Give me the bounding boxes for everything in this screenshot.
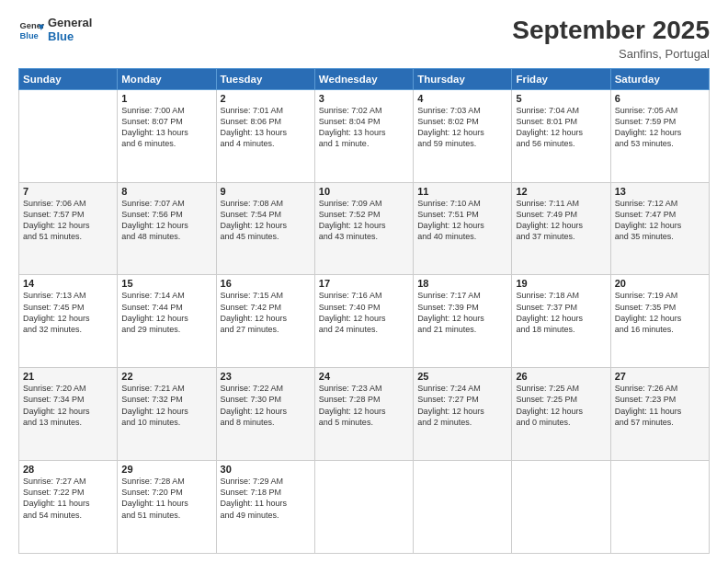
day-number: 6 [615,93,705,104]
day-info: Sunrise: 7:08 AM Sunset: 7:54 PM Dayligh… [221,198,311,243]
day-number: 16 [221,278,311,289]
calendar-cell: 27Sunrise: 7:26 AM Sunset: 7:23 PM Dayli… [610,368,709,461]
day-number: 19 [516,278,606,289]
calendar-cell: 29Sunrise: 7:28 AM Sunset: 7:20 PM Dayli… [118,461,216,554]
day-number: 18 [417,278,507,289]
calendar-header-row: Sunday Monday Tuesday Wednesday Thursday… [19,68,710,89]
day-number: 5 [516,93,606,104]
day-info: Sunrise: 7:01 AM Sunset: 8:06 PM Dayligh… [221,105,311,150]
calendar-cell: 16Sunrise: 7:15 AM Sunset: 7:42 PM Dayli… [216,275,314,368]
day-info: Sunrise: 7:29 AM Sunset: 7:18 PM Dayligh… [221,476,311,521]
logo-text-general: General [48,17,92,30]
calendar-cell: 18Sunrise: 7:17 AM Sunset: 7:39 PM Dayli… [414,275,512,368]
calendar-cell: 3Sunrise: 7:02 AM Sunset: 8:04 PM Daylig… [314,89,413,182]
day-info: Sunrise: 7:20 AM Sunset: 7:34 PM Dayligh… [23,383,113,428]
day-info: Sunrise: 7:11 AM Sunset: 7:49 PM Dayligh… [516,198,606,243]
day-info: Sunrise: 7:24 AM Sunset: 7:27 PM Dayligh… [417,383,507,428]
calendar-cell [512,461,610,554]
col-wednesday: Wednesday [314,68,413,89]
day-number: 8 [121,186,211,197]
calendar-cell: 15Sunrise: 7:14 AM Sunset: 7:44 PM Dayli… [118,275,216,368]
calendar-week-0: 1Sunrise: 7:00 AM Sunset: 8:07 PM Daylig… [19,89,710,182]
calendar-cell: 26Sunrise: 7:25 AM Sunset: 7:25 PM Dayli… [512,368,610,461]
svg-text:Blue: Blue [20,30,39,40]
calendar-cell [314,461,413,554]
calendar-cell [610,461,709,554]
day-number: 17 [319,278,409,289]
day-number: 29 [121,464,211,475]
day-info: Sunrise: 7:28 AM Sunset: 7:20 PM Dayligh… [121,476,211,521]
day-number: 28 [23,464,113,475]
day-info: Sunrise: 7:17 AM Sunset: 7:39 PM Dayligh… [417,290,507,335]
day-number: 2 [221,93,311,104]
day-number: 1 [121,93,211,104]
day-number: 11 [417,186,507,197]
day-info: Sunrise: 7:21 AM Sunset: 7:32 PM Dayligh… [121,383,211,428]
day-info: Sunrise: 7:05 AM Sunset: 7:59 PM Dayligh… [615,105,705,150]
calendar-cell: 28Sunrise: 7:27 AM Sunset: 7:22 PM Dayli… [19,461,118,554]
day-number: 14 [23,278,113,289]
calendar-week-3: 21Sunrise: 7:20 AM Sunset: 7:34 PM Dayli… [19,368,710,461]
day-number: 20 [615,278,705,289]
day-info: Sunrise: 7:06 AM Sunset: 7:57 PM Dayligh… [23,198,113,243]
day-info: Sunrise: 7:19 AM Sunset: 7:35 PM Dayligh… [615,290,705,335]
calendar-cell: 4Sunrise: 7:03 AM Sunset: 8:02 PM Daylig… [414,89,512,182]
day-number: 9 [221,186,311,197]
calendar-cell: 30Sunrise: 7:29 AM Sunset: 7:18 PM Dayli… [216,461,314,554]
day-info: Sunrise: 7:07 AM Sunset: 7:56 PM Dayligh… [121,198,211,243]
day-info: Sunrise: 7:13 AM Sunset: 7:45 PM Dayligh… [23,290,113,335]
calendar-cell: 12Sunrise: 7:11 AM Sunset: 7:49 PM Dayli… [512,182,610,275]
day-info: Sunrise: 7:26 AM Sunset: 7:23 PM Dayligh… [615,383,705,428]
day-number: 10 [319,186,409,197]
calendar-cell: 13Sunrise: 7:12 AM Sunset: 7:47 PM Dayli… [610,182,709,275]
calendar-week-1: 7Sunrise: 7:06 AM Sunset: 7:57 PM Daylig… [19,182,710,275]
col-tuesday: Tuesday [216,68,314,89]
page: General Blue General Blue September 2025… [0,0,728,563]
calendar-cell: 24Sunrise: 7:23 AM Sunset: 7:28 PM Dayli… [314,368,413,461]
col-sunday: Sunday [19,68,118,89]
day-info: Sunrise: 7:00 AM Sunset: 8:07 PM Dayligh… [121,105,211,150]
day-number: 23 [221,371,311,382]
day-info: Sunrise: 7:03 AM Sunset: 8:02 PM Dayligh… [417,105,507,150]
day-info: Sunrise: 7:14 AM Sunset: 7:44 PM Dayligh… [121,290,211,335]
calendar-cell: 1Sunrise: 7:00 AM Sunset: 8:07 PM Daylig… [118,89,216,182]
calendar-cell [19,89,118,182]
calendar-cell: 2Sunrise: 7:01 AM Sunset: 8:06 PM Daylig… [216,89,314,182]
day-info: Sunrise: 7:18 AM Sunset: 7:37 PM Dayligh… [516,290,606,335]
day-number: 15 [121,278,211,289]
day-number: 7 [23,186,113,197]
day-info: Sunrise: 7:02 AM Sunset: 8:04 PM Dayligh… [319,105,409,150]
calendar-cell: 20Sunrise: 7:19 AM Sunset: 7:35 PM Dayli… [610,275,709,368]
logo-icon: General Blue [18,17,44,43]
day-number: 22 [121,371,211,382]
day-info: Sunrise: 7:23 AM Sunset: 7:28 PM Dayligh… [319,383,409,428]
col-friday: Friday [512,68,610,89]
day-info: Sunrise: 7:09 AM Sunset: 7:52 PM Dayligh… [319,198,409,243]
calendar-week-2: 14Sunrise: 7:13 AM Sunset: 7:45 PM Dayli… [19,275,710,368]
calendar-cell: 7Sunrise: 7:06 AM Sunset: 7:57 PM Daylig… [19,182,118,275]
calendar-cell: 23Sunrise: 7:22 AM Sunset: 7:30 PM Dayli… [216,368,314,461]
calendar-cell: 5Sunrise: 7:04 AM Sunset: 8:01 PM Daylig… [512,89,610,182]
calendar-cell: 11Sunrise: 7:10 AM Sunset: 7:51 PM Dayli… [414,182,512,275]
calendar-cell: 10Sunrise: 7:09 AM Sunset: 7:52 PM Dayli… [314,182,413,275]
calendar-cell: 25Sunrise: 7:24 AM Sunset: 7:27 PM Dayli… [414,368,512,461]
day-info: Sunrise: 7:27 AM Sunset: 7:22 PM Dayligh… [23,476,113,521]
day-number: 4 [417,93,507,104]
col-thursday: Thursday [414,68,512,89]
day-info: Sunrise: 7:10 AM Sunset: 7:51 PM Dayligh… [417,198,507,243]
calendar-cell: 17Sunrise: 7:16 AM Sunset: 7:40 PM Dayli… [314,275,413,368]
col-saturday: Saturday [610,68,709,89]
calendar-cell: 6Sunrise: 7:05 AM Sunset: 7:59 PM Daylig… [610,89,709,182]
day-number: 25 [417,371,507,382]
title-block: September 2025 Sanfins, Portugal [512,17,710,61]
calendar-cell: 19Sunrise: 7:18 AM Sunset: 7:37 PM Dayli… [512,275,610,368]
subtitle: Sanfins, Portugal [512,47,710,61]
calendar-cell: 14Sunrise: 7:13 AM Sunset: 7:45 PM Dayli… [19,275,118,368]
calendar-week-4: 28Sunrise: 7:27 AM Sunset: 7:22 PM Dayli… [19,461,710,554]
main-title: September 2025 [512,17,710,45]
col-monday: Monday [118,68,216,89]
day-number: 24 [319,371,409,382]
day-number: 26 [516,371,606,382]
header: General Blue General Blue September 2025… [18,17,710,61]
calendar-cell: 8Sunrise: 7:07 AM Sunset: 7:56 PM Daylig… [118,182,216,275]
